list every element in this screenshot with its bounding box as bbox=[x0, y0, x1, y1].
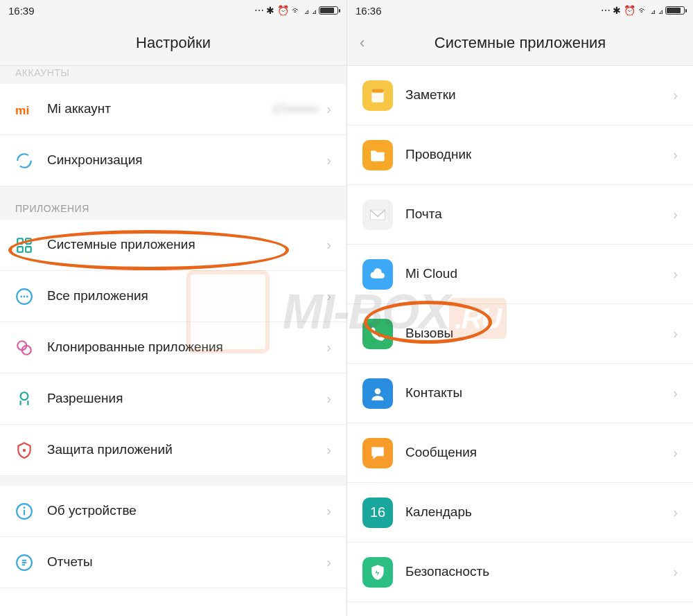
apps-grid-icon bbox=[15, 236, 47, 254]
chevron-right-icon: › bbox=[326, 554, 331, 570]
row-label: Об устройстве bbox=[47, 502, 326, 520]
row-permissions[interactable]: Разрешения › bbox=[0, 373, 346, 425]
mail-icon bbox=[362, 200, 393, 230]
row-security[interactable]: Безопасность › bbox=[347, 543, 693, 602]
svg-point-1 bbox=[17, 154, 31, 168]
explorer-icon bbox=[362, 140, 393, 170]
row-mail[interactable]: Почта › bbox=[347, 185, 693, 245]
row-value: 17•••••••• bbox=[272, 103, 319, 116]
cloud-icon bbox=[362, 259, 393, 290]
security-icon bbox=[362, 557, 393, 588]
back-button[interactable]: ‹ bbox=[360, 34, 365, 52]
chevron-right-icon: › bbox=[326, 237, 331, 253]
row-messages[interactable]: Сообщения › bbox=[347, 423, 693, 483]
phone-icon bbox=[362, 319, 393, 349]
info-icon bbox=[15, 502, 47, 520]
messages-icon bbox=[362, 438, 393, 468]
app-lock-icon bbox=[15, 441, 47, 459]
svg-point-16 bbox=[24, 507, 26, 509]
svg-text:mi: mi bbox=[15, 103, 29, 116]
page-title: Настройки bbox=[136, 34, 211, 52]
notes-icon bbox=[362, 80, 393, 111]
chevron-right-icon: › bbox=[673, 87, 678, 103]
svg-point-9 bbox=[26, 295, 28, 297]
row-label: Клонированные приложения bbox=[47, 339, 326, 356]
calendar-icon: 16 bbox=[362, 498, 393, 528]
chevron-right-icon: › bbox=[673, 564, 678, 580]
row-label: Сообщения bbox=[405, 444, 673, 461]
svg-rect-15 bbox=[24, 509, 25, 515]
chevron-right-icon: › bbox=[673, 445, 678, 461]
chevron-right-icon: › bbox=[673, 326, 678, 342]
status-icons: ⋯ ✱ ⏰ ᯤ ⊿ ⊿ bbox=[254, 5, 317, 16]
svg-rect-3 bbox=[26, 238, 31, 244]
row-explorer[interactable]: Проводник › bbox=[347, 125, 693, 185]
chevron-right-icon: › bbox=[326, 101, 331, 117]
contacts-icon bbox=[362, 378, 393, 409]
section-apps-header: ПРИЛОЖЕНИЯ bbox=[0, 196, 346, 220]
row-label: Проводник bbox=[405, 146, 673, 164]
chevron-right-icon: › bbox=[326, 340, 331, 355]
reports-icon bbox=[15, 554, 47, 572]
chevron-right-icon: › bbox=[673, 385, 678, 401]
status-bar: 16:39 ⋯ ✱ ⏰ ᯤ ⊿ ⊿ bbox=[0, 0, 346, 21]
header: ‹ Системные приложения bbox=[347, 21, 693, 66]
row-label: Вызовы bbox=[405, 325, 673, 342]
chevron-right-icon: › bbox=[673, 266, 678, 282]
row-calls[interactable]: Вызовы › bbox=[347, 304, 693, 364]
row-reports[interactable]: Отчеты › bbox=[0, 537, 346, 588]
row-contacts[interactable]: Контакты › bbox=[347, 364, 693, 423]
svg-rect-2 bbox=[17, 238, 23, 244]
chevron-right-icon: › bbox=[673, 147, 678, 163]
battery-icon bbox=[319, 6, 338, 15]
chevron-right-icon: › bbox=[673, 206, 678, 222]
more-circle-icon bbox=[15, 288, 47, 306]
row-label: Заметки bbox=[405, 87, 673, 104]
chevron-right-icon: › bbox=[326, 503, 331, 519]
chevron-right-icon: › bbox=[673, 504, 678, 520]
chevron-right-icon: › bbox=[326, 288, 331, 304]
svg-point-13 bbox=[23, 448, 26, 451]
row-label: Системные приложения bbox=[47, 236, 326, 254]
row-app-lock[interactable]: Защита приложений › bbox=[0, 425, 346, 476]
row-label: Синхронизация bbox=[47, 152, 326, 169]
row-all-apps[interactable]: Все приложения › bbox=[0, 271, 346, 322]
row-cloned-apps[interactable]: Клонированные приложения › bbox=[0, 322, 346, 373]
svg-point-20 bbox=[375, 388, 381, 394]
status-time: 16:36 bbox=[356, 5, 382, 17]
chevron-right-icon: › bbox=[326, 442, 331, 458]
row-sync[interactable]: Синхронизация › bbox=[0, 135, 346, 186]
row-system-apps[interactable]: Системные приложения › bbox=[0, 220, 346, 271]
svg-point-7 bbox=[20, 295, 22, 297]
settings-screen: 16:39 ⋯ ✱ ⏰ ᯤ ⊿ ⊿ Настройки АККАУНТЫ mi … bbox=[0, 0, 346, 616]
section-accounts-header: АККАУНТЫ bbox=[0, 66, 346, 84]
row-label: Контакты bbox=[405, 385, 673, 402]
row-notes[interactable]: Заметки › bbox=[347, 66, 693, 125]
status-time: 16:39 bbox=[8, 5, 35, 17]
chevron-right-icon: › bbox=[326, 391, 331, 407]
row-mi-cloud[interactable]: Mi Cloud › bbox=[347, 245, 693, 304]
svg-rect-5 bbox=[26, 247, 31, 252]
row-label: Отчеты bbox=[47, 554, 326, 571]
mi-logo-icon: mi bbox=[15, 100, 47, 118]
svg-point-8 bbox=[24, 295, 26, 297]
status-icons: ⋯ ✱ ⏰ ᯤ ⊿ ⊿ bbox=[601, 5, 663, 16]
chevron-right-icon: › bbox=[326, 152, 331, 168]
row-label: Защита приложений bbox=[47, 441, 326, 459]
svg-rect-19 bbox=[371, 89, 383, 92]
row-mi-account[interactable]: mi Mi аккаунт 17•••••••• › bbox=[0, 84, 346, 135]
row-label: Mi Cloud bbox=[405, 265, 673, 283]
row-label: Календарь bbox=[405, 504, 673, 521]
row-about-device[interactable]: Об устройстве › bbox=[0, 486, 346, 537]
status-bar: 16:36 ⋯ ✱ ⏰ ᯤ ⊿ ⊿ bbox=[347, 0, 693, 21]
battery-icon bbox=[665, 6, 685, 15]
page-title: Системные приложения bbox=[435, 34, 606, 52]
row-label: Разрешения bbox=[47, 390, 326, 407]
header: Настройки bbox=[0, 21, 346, 66]
svg-rect-4 bbox=[17, 247, 23, 252]
row-label: Безопасность bbox=[405, 563, 673, 581]
sync-icon bbox=[15, 152, 47, 170]
system-apps-screen: 16:36 ⋯ ✱ ⏰ ᯤ ⊿ ⊿ ‹ Системные приложения… bbox=[346, 0, 693, 616]
row-calendar[interactable]: 16 Календарь › bbox=[347, 483, 693, 543]
clone-icon bbox=[15, 339, 47, 357]
